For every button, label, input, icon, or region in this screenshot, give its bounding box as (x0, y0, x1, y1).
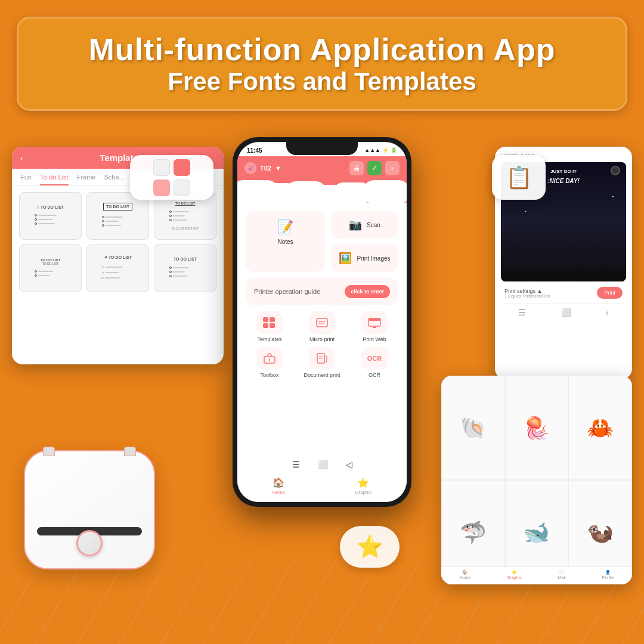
template-item[interactable]: TO DO LIST (154, 244, 216, 292)
right-features-col: 📷 Scan 🖼️ Print Images (331, 211, 398, 272)
tab-home-icon: 🏠 (462, 570, 467, 575)
ocr-feature[interactable]: OCR OCR (351, 347, 398, 378)
app-name: T02 (260, 165, 271, 172)
micro-print-feature[interactable]: Micro print (298, 311, 346, 342)
app-header: 🦑 T02 ▼ 🖨 ✓ › (237, 156, 407, 203)
template-item[interactable]: ✦ TO DO LIST ✓ ✓ □ (86, 244, 149, 292)
status-time: 11:45 (247, 147, 262, 154)
tab-home-label: Home (460, 575, 471, 580)
svg-rect-4 (317, 318, 327, 327)
graphic-nav-icon: ⭐ (357, 477, 369, 488)
scan-feature-card[interactable]: 📷 Scan (331, 211, 398, 239)
right-tablet-bottom: 🐚 🪼 🦀 🦈 🐋 🦦 🏠 Home ⭐ Graphic ✉️ Mail 👤 P… (441, 376, 632, 584)
tab-profile-icon: 👤 (605, 570, 611, 575)
tab-mail-label: Mail (558, 575, 566, 580)
template-item[interactable]: ○ TO DO LIST (19, 192, 82, 240)
tab-nav-mail[interactable]: ✉️ Mail (558, 570, 566, 580)
tab-todo[interactable]: To-do List (40, 174, 69, 185)
tab-nav-home[interactable]: 🏠 Home (460, 570, 471, 580)
overlay-notes-card: 📋 (492, 155, 546, 200)
tab-schedule[interactable]: Sche... (104, 174, 124, 185)
svg-rect-8 (369, 318, 380, 321)
phone-screen: 11:45 ▲▲▲ ⚡ 🔋 🦑 T02 ▼ 🖨 ✓ (237, 142, 407, 502)
status-icons: ▲▲▲ ⚡ 🔋 (364, 147, 397, 153)
home-nav-label: Home (273, 490, 285, 495)
ocr-label: OCR (369, 372, 380, 378)
tablet-nav-bottom: ☰ ⬜ ‹ (501, 304, 626, 320)
toolbox-icon (256, 347, 283, 370)
feature-row: 📝 Notes 📷 Scan 🖼️ Print Images (246, 211, 398, 272)
print-action-icon[interactable]: 🖨 (349, 161, 364, 175)
tab-mail-icon: ✉️ (559, 570, 565, 575)
tab-fun[interactable]: Fun (20, 174, 32, 185)
print-images-label: Print Images (357, 255, 390, 262)
overlay-grid-card (130, 155, 213, 200)
printer-clips (43, 447, 136, 456)
tab-nav-graphic[interactable]: ⭐ Graphic (507, 570, 522, 580)
header-title: Multi-function Application App (42, 32, 602, 67)
tab-graphic-label: Graphic (507, 575, 522, 580)
app-logo-row: 🦑 T02 ▼ (244, 162, 281, 174)
phone-outer: 11:45 ▲▲▲ ⚡ 🔋 🦑 T02 ▼ 🖨 ✓ (233, 137, 411, 507)
guide-banner: Printer operation guide click to enter (246, 278, 398, 305)
copies-label: 1 Copies Thickness:Fine (504, 294, 550, 298)
app-logo-icon: 🦑 (244, 162, 256, 174)
print-web-label: Print Web (363, 336, 386, 342)
tab-frame[interactable]: Frame (77, 174, 96, 185)
tab-profile-label: Profile (602, 575, 614, 580)
sticker-crab[interactable]: 🦀 (568, 376, 632, 480)
wifi-icon: ⚡ (382, 147, 389, 153)
toolbox-feature[interactable]: Toolbox (246, 347, 293, 378)
phone-notch (286, 142, 358, 155)
printer-device (18, 450, 161, 593)
ocr-icon: OCR (361, 347, 388, 370)
graphic-nav-label: Graphic (355, 490, 371, 495)
tablet-bottom-nav: 🏠 Home ⭐ Graphic ✉️ Mail 👤 Profile (441, 566, 632, 584)
print-images-icon: 🖼️ (339, 252, 352, 265)
floating-sticker-ball: ⭐ (340, 526, 400, 568)
document-print-icon (309, 347, 335, 370)
guide-button[interactable]: click to enter (345, 285, 390, 298)
home-circle-icon[interactable]: ⬜ (318, 460, 328, 469)
app-content: 📝 Notes 📷 Scan 🖼️ Print Images (237, 203, 407, 383)
tab-nav-profile[interactable]: 👤 Profile (602, 570, 614, 580)
check-action-icon[interactable]: ✓ (367, 161, 382, 175)
printer-clip-right (124, 447, 136, 456)
signal-icon: ▲▲▲ (364, 147, 380, 153)
print-web-feature[interactable]: Print Web (351, 311, 398, 342)
printer-body (24, 450, 155, 569)
print-button[interactable]: Print (597, 287, 623, 299)
system-nav-icons: ☰ ⬜ ◁ (292, 460, 352, 469)
guide-text: Printer operation guide (254, 288, 320, 295)
templates-label: Templates (257, 336, 281, 342)
grid-cell-1 (153, 159, 170, 176)
sticker-starfish[interactable]: 🐚 (441, 376, 505, 480)
tablet-back-icon[interactable]: ‹ (20, 153, 23, 163)
notes-feature-card[interactable]: 📝 Notes (246, 211, 325, 272)
nav-graphic[interactable]: ⭐ Graphic (355, 477, 371, 495)
battery-icon: 🔋 (391, 147, 397, 153)
templates-feature[interactable]: Templates (246, 311, 293, 342)
document-print-feature[interactable]: Document print (298, 347, 346, 378)
header-subtitle: Free Fonts and Templates (42, 67, 602, 96)
printer-clip-left (43, 447, 55, 456)
forward-action-icon[interactable]: › (385, 161, 400, 175)
print-images-card[interactable]: 🖼️ Print Images (331, 244, 398, 272)
printer-button[interactable] (76, 530, 103, 556)
template-item[interactable]: TO DO LISTTO DO LIST (19, 244, 82, 292)
scan-icon: 📷 (349, 218, 362, 231)
nav-home[interactable]: 🏠 Home (273, 477, 285, 495)
app-arrow: ▼ (275, 165, 281, 172)
star-sticker-icon: ⭐ (357, 534, 383, 559)
sticker-jellyfish[interactable]: 🪼 (505, 376, 569, 480)
nav-home-icon: ⬜ (561, 308, 571, 317)
menu-icon[interactable]: ☰ (292, 460, 300, 469)
grid-cell-3 (153, 179, 170, 196)
home-nav-icon: 🏠 (273, 477, 284, 488)
bottom-feature-grid: Templates Micro print Print Web (246, 311, 398, 383)
print-web-icon (361, 311, 388, 334)
svg-rect-1 (270, 317, 275, 322)
back-icon[interactable]: ◁ (346, 460, 352, 469)
template-grid: ○ TO DO LIST TO DO LIST TO DO LIST ⚖ 10 (12, 186, 224, 298)
phone-container: 11:45 ▲▲▲ ⚡ 🔋 🦑 T02 ▼ 🖨 ✓ (233, 137, 411, 507)
